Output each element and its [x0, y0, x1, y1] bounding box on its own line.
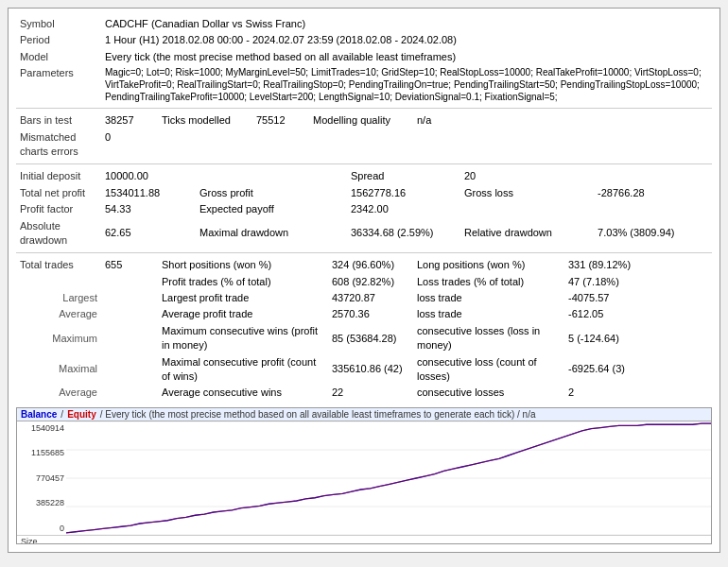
average-label: Average [16, 306, 101, 322]
bars-table: Bars in test 38257 Ticks modelled 75512 … [16, 112, 712, 160]
maximal-drawdown-value: 36334.68 (2.59%) [347, 218, 460, 249]
average-profit-value: 2570.36 [328, 306, 413, 322]
modelling-value: n/a [413, 112, 712, 129]
y-label-5: 1540914 [19, 423, 64, 433]
chart-plot [66, 421, 711, 535]
net-profit-row: Total net profit 1534011.88 Gross profit… [16, 185, 712, 201]
trade-stats-table: Total trades 655 Short positions (won %)… [16, 257, 712, 402]
report-container: Symbol CADCHF (Canadian Dollar vs Swiss … [8, 8, 720, 553]
max-consec-wins-value: 85 (53684.28) [328, 323, 413, 354]
total-trades-value: 655 [101, 257, 158, 273]
model-value: Every tick (the most precise method base… [101, 49, 712, 65]
mismatched-value: 0 [101, 129, 158, 161]
average-row: Average Average profit trade 2570.36 los… [16, 306, 712, 322]
gross-loss-label: Gross loss [460, 185, 594, 201]
expected-payoff-label: Expected payoff [196, 201, 347, 217]
profit-factor-row: Profit factor 54.33 Expected payoff 2342… [16, 201, 712, 217]
short-label: Short positions (won %) [158, 257, 328, 273]
relative-drawdown-label: Relative drawdown [460, 218, 594, 249]
divider-1 [16, 108, 712, 109]
chart-header: Balance / Equity / Every tick (the most … [17, 408, 711, 421]
symbol-value: CADCHF (Canadian Dollar vs Swiss Franc) [101, 16, 712, 32]
abs-dd-text1: Absolute [20, 220, 61, 232]
parameters-row: Parameters Magic=0; Lot=0; Risk=1000; My… [16, 65, 712, 104]
short-value: 324 (96.60%) [328, 257, 413, 273]
total-trades-row: Total trades 655 Short positions (won %)… [16, 257, 712, 273]
maximum-label: Maximum [16, 323, 101, 354]
largest-loss-value: -4075.57 [564, 290, 712, 306]
chart-body: 1540914 1155685 770457 385228 0 [17, 421, 711, 535]
average-profit-label: Average profit trade [158, 306, 328, 322]
parameters-label: Parameters [16, 65, 101, 104]
profit-factor-label: Profit factor [16, 201, 101, 217]
symbol-label: Symbol [16, 16, 101, 32]
divider-3 [16, 252, 712, 253]
net-profit-value: 1534011.88 [101, 185, 196, 201]
largest-label: Largest [16, 290, 101, 306]
size-label: Size [21, 537, 38, 544]
initial-deposit-label: Initial deposit [16, 168, 101, 184]
average-loss-value: -612.05 [564, 306, 712, 322]
period-value: 1 Hour (H1) 2018.02.08 00:00 - 2024.02.0… [101, 32, 712, 48]
y-label-1: 0 [19, 524, 64, 533]
balance-label: Balance [21, 409, 57, 420]
financial-stats-table: Initial deposit 10000.00 Spread 20 Total… [16, 168, 712, 249]
drawdown-row: Absolute drawdown 62.65 Maximal drawdown… [16, 218, 712, 249]
absolute-drawdown-value: 62.65 [101, 218, 196, 249]
largest-loss-label: loss trade [413, 290, 564, 306]
chart-area: Balance / Equity / Every tick (the most … [16, 407, 712, 544]
maximal-consec-profit-label: Maximal consecutive profit (count of win… [158, 354, 328, 386]
max-consec-losses-label: consecutive losses (loss in money) [413, 323, 564, 354]
bars-row: Bars in test 38257 Ticks modelled 75512 … [16, 112, 712, 129]
total-trades-label: Total trades [16, 257, 101, 273]
model-row: Model Every tick (the most precise metho… [16, 49, 712, 65]
divider-2 [16, 163, 712, 164]
avg-consec-losses-value: 2 [564, 385, 712, 401]
chart-title-rest: / Every tick (the most precise method ba… [100, 409, 536, 420]
size-row: Size [17, 535, 711, 544]
maximal-drawdown-label: Maximal drawdown [196, 218, 347, 249]
maximal-consec-loss-value: -6925.64 (3) [564, 354, 712, 386]
charts-errors-text: charts errors [20, 146, 78, 157]
y-label-2: 385228 [19, 498, 64, 507]
relative-drawdown-value: 7.03% (3809.94) [594, 218, 712, 249]
expected-payoff-value: 2342.00 [347, 201, 460, 217]
largest-row: Largest Largest profit trade 43720.87 lo… [16, 290, 712, 306]
initial-deposit-value: 10000.00 [101, 168, 196, 184]
profit-trades-label: Profit trades (% of total) [158, 274, 328, 290]
balance-chart-svg [66, 421, 711, 535]
profit-trades-row: Profit trades (% of total) 608 (92.82%) … [16, 274, 712, 290]
period-label: Period [16, 32, 101, 48]
max-consec-wins-label: Maximum consecutive wins (profit in mone… [158, 323, 328, 354]
avg-consec-wins-label: Average consecutive wins [158, 385, 328, 401]
info-table: Symbol CADCHF (Canadian Dollar vs Swiss … [16, 16, 712, 104]
mismatched-text: Mismatched [20, 131, 76, 143]
net-profit-label: Total net profit [16, 185, 101, 201]
y-label-4: 1155685 [19, 448, 64, 457]
bars-label: Bars in test [16, 112, 101, 129]
model-label: Model [16, 49, 101, 65]
gross-loss-value: -28766.28 [594, 185, 712, 201]
average-consec-row: Average Average consecutive wins 22 cons… [16, 385, 712, 401]
max-consec-losses-value: 5 (-124.64) [564, 323, 712, 354]
chart-y-labels: 1540914 1155685 770457 385228 0 [17, 421, 66, 535]
loss-trades-value: 47 (7.18%) [564, 274, 712, 290]
long-value: 331 (89.12%) [564, 257, 712, 273]
avg-consec-losses-label: consecutive losses [413, 385, 564, 401]
abs-dd-text2: drawdown [20, 234, 67, 246]
mismatched-label: Mismatched charts errors [16, 129, 101, 161]
parameters-value: Magic=0; Lot=0; Risk=1000; MyMarginLevel… [101, 65, 712, 104]
maximal-consec-profit-value: 335610.86 (42) [328, 354, 413, 386]
gross-profit-value: 1562778.16 [347, 185, 460, 201]
avg-consec-wins-value: 22 [328, 385, 413, 401]
loss-trades-label: Loss trades (% of total) [413, 274, 564, 290]
chart-separator: / [61, 409, 63, 420]
ticks-value: 75512 [252, 112, 309, 129]
maximal-consec-loss-label: consecutive loss (count of losses) [413, 354, 564, 386]
profit-trades-value: 608 (92.82%) [328, 274, 413, 290]
spread-value: 20 [460, 168, 594, 184]
equity-label: Equity [67, 409, 96, 420]
profit-factor-value: 54.33 [101, 201, 196, 217]
period-row: Period 1 Hour (H1) 2018.02.08 00:00 - 20… [16, 32, 712, 48]
absolute-drawdown-label: Absolute drawdown [16, 218, 101, 249]
